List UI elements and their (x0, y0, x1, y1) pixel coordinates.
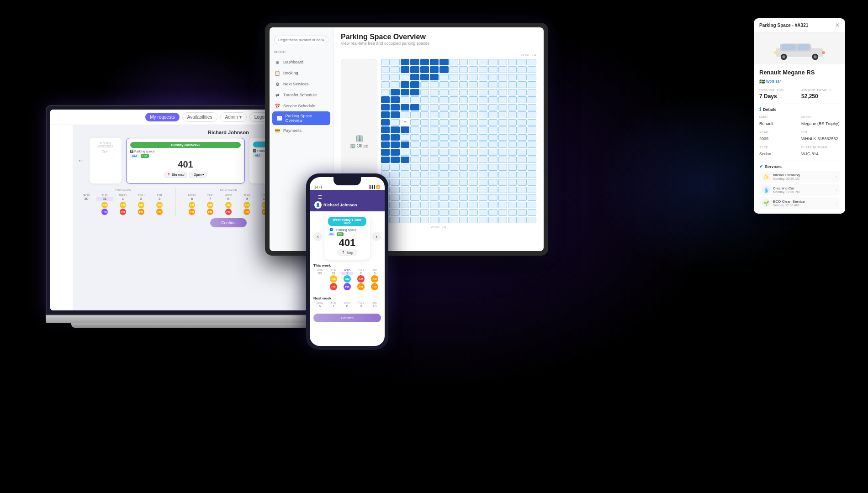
parking-spot[interactable] (430, 187, 439, 193)
parking-spot[interactable] (508, 172, 517, 178)
parking-spot[interactable] (528, 111, 536, 118)
parking-spot[interactable] (469, 202, 477, 208)
parking-spot[interactable] (420, 104, 429, 110)
parking-spot[interactable] (488, 74, 497, 80)
parking-spot[interactable] (401, 217, 409, 223)
parking-spot[interactable] (391, 134, 399, 141)
parking-spot[interactable] (439, 89, 448, 95)
parking-spot[interactable] (518, 126, 526, 133)
parking-spot[interactable] (498, 209, 507, 215)
parking-spot[interactable] (439, 164, 448, 170)
parking-spot[interactable] (381, 96, 390, 103)
parking-spot[interactable] (381, 74, 390, 80)
parking-spot[interactable] (488, 111, 497, 118)
parking-spot[interactable] (420, 209, 429, 215)
parking-spot[interactable] (508, 149, 517, 155)
parking-spot[interactable] (528, 202, 536, 208)
parking-spot[interactable] (479, 194, 487, 200)
parking-spot[interactable] (430, 194, 439, 200)
parking-spot[interactable] (420, 126, 429, 133)
parking-spot[interactable] (401, 209, 409, 215)
parking-spot[interactable] (498, 74, 507, 80)
parking-spot[interactable] (528, 187, 536, 193)
confirm-button-laptop[interactable]: Confirm (210, 218, 247, 227)
parking-spot[interactable] (381, 164, 390, 170)
parking-spot[interactable] (420, 187, 429, 193)
parking-spot[interactable] (459, 187, 468, 193)
parking-spot[interactable] (469, 111, 477, 118)
sidebar-item-service-schedule[interactable]: 📅 Service Schedule (270, 100, 333, 111)
parking-spot[interactable] (439, 142, 448, 148)
parking-spot[interactable] (518, 202, 526, 208)
parking-spot[interactable] (469, 59, 477, 65)
parking-spot[interactable] (439, 209, 448, 215)
parking-spot[interactable] (518, 74, 526, 80)
parking-spot[interactable] (508, 217, 517, 223)
parking-spot[interactable] (401, 157, 409, 163)
parking-spot[interactable] (528, 149, 536, 155)
parking-spot[interactable] (391, 157, 399, 163)
parking-spot[interactable] (410, 164, 419, 170)
parking-spot[interactable] (498, 134, 507, 141)
parking-spot[interactable] (450, 74, 458, 80)
parking-spot[interactable] (469, 89, 477, 95)
parking-spot[interactable] (430, 172, 439, 178)
parking-spot[interactable] (498, 157, 507, 163)
parking-spot[interactable] (469, 194, 477, 200)
site-map-button[interactable]: 📍 Site map (164, 172, 187, 178)
parking-spot[interactable] (488, 81, 497, 88)
parking-spot[interactable] (430, 149, 439, 155)
parking-spot[interactable] (508, 194, 517, 200)
parking-spot[interactable] (401, 149, 409, 155)
sidebar-item-next-services[interactable]: ⚙ Next Services (270, 79, 333, 89)
parking-spot[interactable] (508, 187, 517, 193)
parking-spot[interactable] (391, 81, 399, 88)
parking-spot[interactable] (430, 81, 439, 88)
parking-spot[interactable] (479, 209, 487, 215)
parking-spot[interactable] (401, 142, 409, 148)
parking-spot[interactable] (410, 81, 419, 88)
parking-spot[interactable] (469, 134, 477, 141)
parking-spot[interactable] (410, 217, 419, 223)
parking-spot[interactable] (391, 202, 399, 208)
parking-spot[interactable] (459, 157, 468, 163)
sidebar-item-payments[interactable]: 💳 Payments (270, 125, 333, 136)
parking-spot[interactable] (508, 202, 517, 208)
parking-spot[interactable] (410, 126, 419, 133)
parking-spot[interactable] (498, 202, 507, 208)
parking-spot[interactable] (391, 126, 399, 133)
parking-spot[interactable] (430, 74, 439, 80)
parking-spot[interactable] (528, 194, 536, 200)
parking-spot[interactable] (430, 142, 439, 148)
parking-spot[interactable] (401, 172, 409, 178)
parking-spot[interactable] (401, 179, 409, 185)
parking-spot[interactable] (479, 74, 487, 80)
phone-day-wed-2[interactable]: WED 8 (341, 302, 354, 308)
parking-spot[interactable] (450, 217, 458, 223)
parking-spot[interactable] (401, 202, 409, 208)
parking-spot[interactable] (420, 59, 429, 65)
parking-spot[interactable] (459, 59, 468, 65)
cal-day-tue[interactable]: TUE 31 AM PM (96, 194, 113, 215)
parking-spot[interactable] (479, 59, 487, 65)
parking-spot[interactable] (410, 111, 419, 118)
open-button[interactable]: ↑ Open ▾ (189, 172, 207, 178)
parking-spot[interactable] (430, 157, 439, 163)
parking-spot[interactable] (479, 119, 487, 126)
parking-spot[interactable] (498, 119, 507, 126)
parking-spot[interactable] (459, 202, 468, 208)
parking-spot[interactable] (469, 74, 477, 80)
parking-spot[interactable] (439, 157, 448, 163)
parking-spot[interactable] (401, 164, 409, 170)
parking-spot[interactable] (459, 89, 468, 95)
parking-spot[interactable] (528, 142, 536, 148)
parking-spot[interactable] (498, 126, 507, 133)
parking-spot[interactable] (450, 194, 458, 200)
parking-spot[interactable] (518, 89, 526, 95)
parking-spot[interactable] (391, 59, 399, 65)
parking-spot[interactable] (479, 134, 487, 141)
parking-spot[interactable] (439, 194, 448, 200)
parking-spot[interactable] (430, 89, 439, 95)
parking-spot[interactable] (479, 202, 487, 208)
parking-spot[interactable] (518, 172, 526, 178)
